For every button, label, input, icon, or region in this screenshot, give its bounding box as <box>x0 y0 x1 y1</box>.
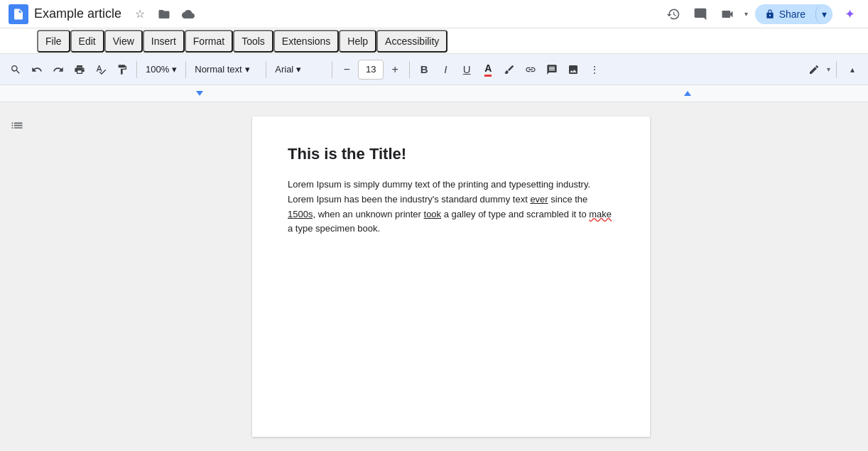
menu-accessibility[interactable]: Accessibility <box>376 30 447 53</box>
document-title[interactable]: Example article <box>34 6 121 21</box>
divider-2 <box>185 61 186 78</box>
share-dropdown[interactable]: ▾ <box>815 4 832 24</box>
share-group: Share ▾ <box>755 4 832 24</box>
document-title-text[interactable]: This is the Title! <box>288 145 614 163</box>
undo-button[interactable] <box>27 59 47 80</box>
paragraph-style-select[interactable]: Normal text ▾ <box>190 59 261 80</box>
divider-right <box>836 61 837 78</box>
sidebar <box>0 102 34 451</box>
gemini-button[interactable]: ✦ <box>840 4 859 24</box>
share-label: Share <box>779 9 805 20</box>
spellcheck-button[interactable] <box>91 59 111 80</box>
toolbar: 100% ▾ Normal text ▾ Arial ▾ − 13 + B I … <box>0 54 868 85</box>
title-bar: Example article ☆ ▾ Share ▾ ✦ <box>0 0 868 28</box>
add-comment-button[interactable] <box>542 59 562 80</box>
edit-mode-dropdown: ▾ <box>827 65 830 73</box>
comments-button[interactable] <box>690 4 710 24</box>
document-body-text: Lorem Ipsum is simply dummy text of the … <box>288 178 614 237</box>
divider-3 <box>266 61 266 78</box>
divider-1 <box>136 61 137 78</box>
search-button[interactable] <box>6 59 26 80</box>
menu-format[interactable]: Format <box>185 30 233 53</box>
ruler-left-marker[interactable] <box>196 91 203 96</box>
edit-mode-button[interactable] <box>804 59 824 80</box>
link-button[interactable] <box>521 59 541 80</box>
toolbar-right: ▾ ▴ <box>804 59 862 80</box>
more-options-button[interactable]: ⋮ <box>585 59 604 80</box>
outline-button[interactable] <box>6 116 28 139</box>
zoom-value: 100% <box>146 64 169 75</box>
zoom-select[interactable]: 100% ▾ <box>141 59 181 80</box>
insert-image-button[interactable] <box>563 59 583 80</box>
underline-button[interactable]: U <box>457 59 477 80</box>
drive-button[interactable] <box>154 4 174 24</box>
page-area: This is the Title! Lorem Ipsum is simply… <box>34 102 868 451</box>
text-color-button[interactable]: A <box>478 59 498 80</box>
meet-button[interactable] <box>717 4 737 24</box>
print-button[interactable] <box>70 59 89 80</box>
menu-file[interactable]: File <box>37 30 70 53</box>
divider-4 <box>332 61 332 78</box>
menu-tools[interactable]: Tools <box>233 30 273 53</box>
spell-error-make: make <box>589 209 612 219</box>
menu-help[interactable]: Help <box>339 30 376 53</box>
font-size-increase-button[interactable]: + <box>385 59 405 80</box>
font-size-decrease-button[interactable]: − <box>337 59 357 80</box>
font-value: Arial <box>275 64 293 75</box>
paragraph-dropdown-icon: ▾ <box>245 64 250 75</box>
ruler-bar <box>0 85 868 102</box>
menu-bar: File Edit View Insert Format Tools Exten… <box>0 28 868 54</box>
paint-format-button[interactable] <box>112 59 132 80</box>
title-right: ▾ Share ▾ ✦ <box>663 4 859 24</box>
underline-took: took <box>424 209 442 219</box>
docs-logo <box>9 4 28 24</box>
menu-view[interactable]: View <box>104 30 143 53</box>
document-page: This is the Title! Lorem Ipsum is simply… <box>252 116 650 437</box>
highlight-button[interactable] <box>499 59 519 80</box>
redo-button[interactable] <box>48 59 68 80</box>
underline-1500s: 1500s, <box>288 209 315 219</box>
menu-insert[interactable]: Insert <box>143 30 185 53</box>
collapse-toolbar-button[interactable]: ▴ <box>842 59 862 80</box>
ruler-right-marker[interactable] <box>684 91 691 96</box>
font-size-box[interactable]: 13 <box>358 60 384 80</box>
content-area: This is the Title! Lorem Ipsum is simply… <box>0 102 868 451</box>
bold-button[interactable]: B <box>414 59 434 80</box>
font-dropdown-icon: ▾ <box>296 64 301 75</box>
history-button[interactable] <box>663 4 683 24</box>
cloud-button[interactable] <box>178 4 198 24</box>
meet-dropdown: ▾ <box>744 10 748 18</box>
divider-5 <box>409 61 410 78</box>
menu-edit[interactable]: Edit <box>70 30 104 53</box>
underline-ever: ever <box>530 194 548 205</box>
title-actions: ☆ <box>130 4 198 24</box>
paragraph-style-value: Normal text <box>195 64 242 75</box>
font-size-value: 13 <box>366 64 376 75</box>
menu-extensions[interactable]: Extensions <box>273 30 339 53</box>
share-button[interactable]: Share <box>755 4 815 24</box>
star-button[interactable]: ☆ <box>130 4 150 24</box>
zoom-dropdown-icon: ▾ <box>172 64 177 75</box>
italic-button[interactable]: I <box>435 59 455 80</box>
font-select[interactable]: Arial ▾ <box>271 59 327 80</box>
